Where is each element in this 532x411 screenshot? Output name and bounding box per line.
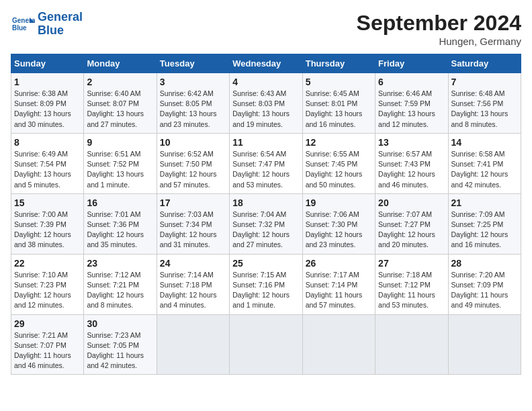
day-cell-9: 9Sunrise: 6:51 AMSunset: 7:52 PMDaylight… — [84, 133, 157, 193]
day-number: 20 — [378, 197, 445, 208]
day-info: Sunrise: 7:18 AMSunset: 7:12 PMDaylight:… — [378, 270, 445, 311]
day-info: Sunrise: 6:46 AMSunset: 7:59 PMDaylight:… — [378, 89, 445, 130]
day-info: Sunrise: 6:38 AMSunset: 8:09 PMDaylight:… — [14, 89, 81, 130]
weekday-header-friday: Friday — [375, 54, 448, 73]
day-cell-1: 1Sunrise: 6:38 AMSunset: 8:09 PMDaylight… — [11, 73, 84, 134]
day-info: Sunrise: 6:57 AMSunset: 7:43 PMDaylight:… — [378, 149, 445, 190]
day-info: Sunrise: 7:06 AMSunset: 7:30 PMDaylight:… — [306, 210, 372, 250]
day-cell-2: 2Sunrise: 6:40 AMSunset: 8:07 PMDaylight… — [84, 73, 157, 134]
day-number: 4 — [232, 77, 299, 87]
day-number: 10 — [160, 137, 226, 148]
day-number: 18 — [232, 197, 299, 208]
empty-day-cell — [375, 314, 448, 375]
day-info: Sunrise: 7:15 AMSunset: 7:16 PMDaylight:… — [232, 270, 299, 311]
calendar-header: SundayMondayTuesdayWednesdayThursdayFrid… — [11, 54, 521, 73]
day-info: Sunrise: 6:58 AMSunset: 7:41 PMDaylight:… — [451, 149, 518, 190]
day-cell-11: 11Sunrise: 6:54 AMSunset: 7:47 PMDayligh… — [230, 133, 302, 193]
day-info: Sunrise: 7:09 AMSunset: 7:25 PMDaylight:… — [451, 210, 518, 250]
day-cell-18: 18Sunrise: 7:04 AMSunset: 7:32 PMDayligh… — [230, 193, 302, 254]
day-cell-16: 16Sunrise: 7:01 AMSunset: 7:36 PMDayligh… — [84, 193, 157, 254]
month-title: September 2024 — [357, 11, 521, 36]
day-number: 12 — [306, 137, 372, 148]
day-cell-12: 12Sunrise: 6:55 AMSunset: 7:45 PMDayligh… — [302, 133, 375, 193]
weekday-header-monday: Monday — [84, 54, 157, 73]
day-number: 9 — [87, 137, 153, 148]
calendar-week-row: 15Sunrise: 7:00 AMSunset: 7:39 PMDayligh… — [11, 193, 521, 254]
day-number: 14 — [451, 137, 518, 148]
empty-day-cell — [302, 314, 375, 375]
day-cell-14: 14Sunrise: 6:58 AMSunset: 7:41 PMDayligh… — [448, 133, 521, 193]
day-cell-20: 20Sunrise: 7:07 AMSunset: 7:27 PMDayligh… — [375, 193, 448, 254]
empty-day-cell — [448, 314, 521, 375]
day-info: Sunrise: 7:14 AMSunset: 7:18 PMDaylight:… — [160, 270, 226, 311]
logo: General Blue General Blue — [11, 11, 83, 38]
day-info: Sunrise: 7:20 AMSunset: 7:09 PMDaylight:… — [451, 270, 518, 311]
day-cell-19: 19Sunrise: 7:06 AMSunset: 7:30 PMDayligh… — [302, 193, 375, 254]
day-number: 17 — [160, 197, 226, 208]
day-cell-10: 10Sunrise: 6:52 AMSunset: 7:50 PMDayligh… — [157, 133, 229, 193]
weekday-header-row: SundayMondayTuesdayWednesdayThursdayFrid… — [11, 54, 521, 73]
day-number: 2 — [87, 77, 153, 87]
day-cell-7: 7Sunrise: 6:48 AMSunset: 7:56 PMDaylight… — [448, 73, 521, 134]
day-cell-29: 29Sunrise: 7:21 AMSunset: 7:07 PMDayligh… — [11, 314, 84, 375]
day-cell-26: 26Sunrise: 7:17 AMSunset: 7:14 PMDayligh… — [302, 254, 375, 314]
weekday-header-thursday: Thursday — [302, 54, 375, 73]
day-cell-30: 30Sunrise: 7:23 AMSunset: 7:05 PMDayligh… — [84, 314, 157, 375]
day-info: Sunrise: 7:12 AMSunset: 7:21 PMDaylight:… — [87, 270, 153, 311]
day-number: 26 — [306, 258, 372, 269]
day-cell-13: 13Sunrise: 6:57 AMSunset: 7:43 PMDayligh… — [375, 133, 448, 193]
day-cell-3: 3Sunrise: 6:42 AMSunset: 8:05 PMDaylight… — [157, 73, 229, 134]
day-cell-25: 25Sunrise: 7:15 AMSunset: 7:16 PMDayligh… — [230, 254, 302, 314]
day-info: Sunrise: 6:42 AMSunset: 8:05 PMDaylight:… — [160, 89, 226, 130]
day-info: Sunrise: 7:04 AMSunset: 7:32 PMDaylight:… — [232, 210, 299, 250]
svg-text:Blue: Blue — [12, 24, 27, 32]
day-info: Sunrise: 7:10 AMSunset: 7:23 PMDaylight:… — [14, 270, 81, 311]
day-number: 30 — [87, 318, 153, 329]
day-number: 16 — [87, 197, 153, 208]
weekday-header-saturday: Saturday — [448, 54, 521, 73]
day-cell-23: 23Sunrise: 7:12 AMSunset: 7:21 PMDayligh… — [84, 254, 157, 314]
day-number: 28 — [451, 258, 518, 269]
day-number: 15 — [14, 197, 81, 208]
weekday-header-wednesday: Wednesday — [230, 54, 302, 73]
day-cell-5: 5Sunrise: 6:45 AMSunset: 8:01 PMDaylight… — [302, 73, 375, 134]
day-cell-17: 17Sunrise: 7:03 AMSunset: 7:34 PMDayligh… — [157, 193, 229, 254]
day-cell-4: 4Sunrise: 6:43 AMSunset: 8:03 PMDaylight… — [230, 73, 302, 134]
empty-day-cell — [157, 314, 229, 375]
day-number: 5 — [306, 77, 372, 87]
logo-line2: Blue — [38, 24, 64, 37]
logo-line1: General — [38, 10, 83, 24]
day-info: Sunrise: 7:17 AMSunset: 7:14 PMDaylight:… — [306, 270, 372, 311]
day-number: 21 — [451, 197, 518, 208]
day-number: 25 — [232, 258, 299, 269]
calendar-week-row: 29Sunrise: 7:21 AMSunset: 7:07 PMDayligh… — [11, 314, 521, 375]
calendar-week-row: 22Sunrise: 7:10 AMSunset: 7:23 PMDayligh… — [11, 254, 521, 314]
day-info: Sunrise: 6:49 AMSunset: 7:54 PMDaylight:… — [14, 149, 81, 190]
calendar-week-row: 8Sunrise: 6:49 AMSunset: 7:54 PMDaylight… — [11, 133, 521, 193]
logo-text: General Blue — [38, 11, 83, 38]
day-number: 22 — [14, 258, 81, 269]
day-number: 7 — [451, 77, 518, 87]
day-info: Sunrise: 6:48 AMSunset: 7:56 PMDaylight:… — [451, 89, 518, 130]
calendar-week-row: 1Sunrise: 6:38 AMSunset: 8:09 PMDaylight… — [11, 73, 521, 134]
day-info: Sunrise: 6:40 AMSunset: 8:07 PMDaylight:… — [87, 89, 153, 130]
location: Hungen, Germany — [357, 36, 521, 47]
day-number: 8 — [14, 137, 81, 148]
day-info: Sunrise: 6:45 AMSunset: 8:01 PMDaylight:… — [306, 89, 372, 130]
day-info: Sunrise: 7:07 AMSunset: 7:27 PMDaylight:… — [378, 210, 445, 250]
day-number: 3 — [160, 77, 226, 87]
empty-day-cell — [230, 314, 302, 375]
weekday-header-tuesday: Tuesday — [157, 54, 229, 73]
day-number: 23 — [87, 258, 153, 269]
day-cell-22: 22Sunrise: 7:10 AMSunset: 7:23 PMDayligh… — [11, 254, 84, 314]
day-cell-24: 24Sunrise: 7:14 AMSunset: 7:18 PMDayligh… — [157, 254, 229, 314]
day-number: 11 — [232, 137, 299, 148]
day-cell-21: 21Sunrise: 7:09 AMSunset: 7:25 PMDayligh… — [448, 193, 521, 254]
day-cell-15: 15Sunrise: 7:00 AMSunset: 7:39 PMDayligh… — [11, 193, 84, 254]
weekday-header-sunday: Sunday — [11, 54, 84, 73]
day-info: Sunrise: 6:52 AMSunset: 7:50 PMDaylight:… — [160, 149, 226, 190]
day-info: Sunrise: 6:55 AMSunset: 7:45 PMDaylight:… — [306, 149, 372, 190]
day-info: Sunrise: 6:43 AMSunset: 8:03 PMDaylight:… — [232, 89, 299, 130]
day-cell-27: 27Sunrise: 7:18 AMSunset: 7:12 PMDayligh… — [375, 254, 448, 314]
page-header: General Blue General Blue September 2024… — [11, 11, 521, 47]
